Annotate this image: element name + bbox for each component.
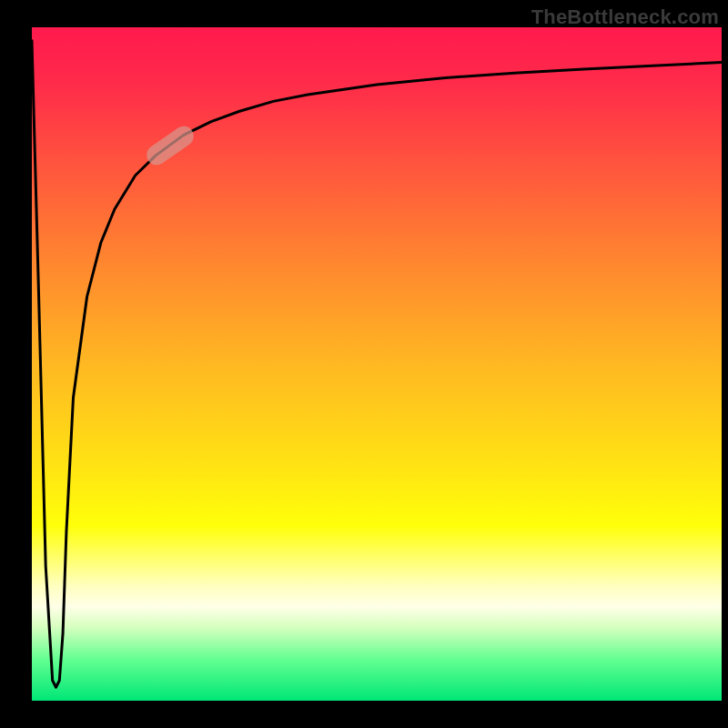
plot-area xyxy=(32,27,722,701)
watermark-text: TheBottleneck.com xyxy=(531,5,719,29)
chart-stage: TheBottleneck.com xyxy=(0,0,728,728)
